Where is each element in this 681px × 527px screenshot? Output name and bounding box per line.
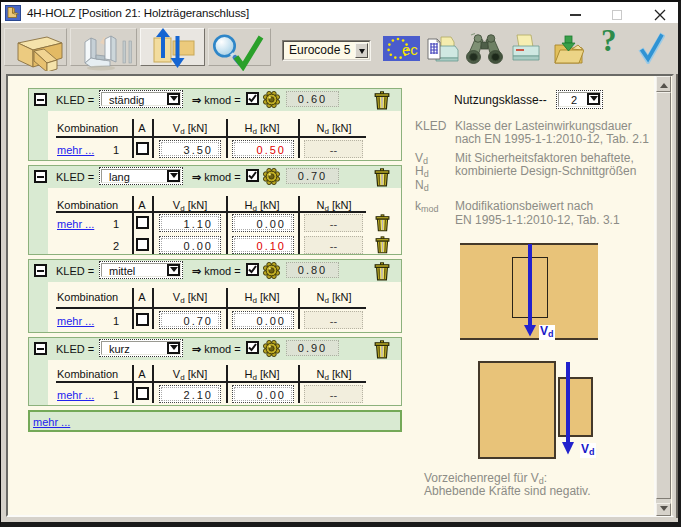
svg-text:ec: ec xyxy=(402,41,418,58)
